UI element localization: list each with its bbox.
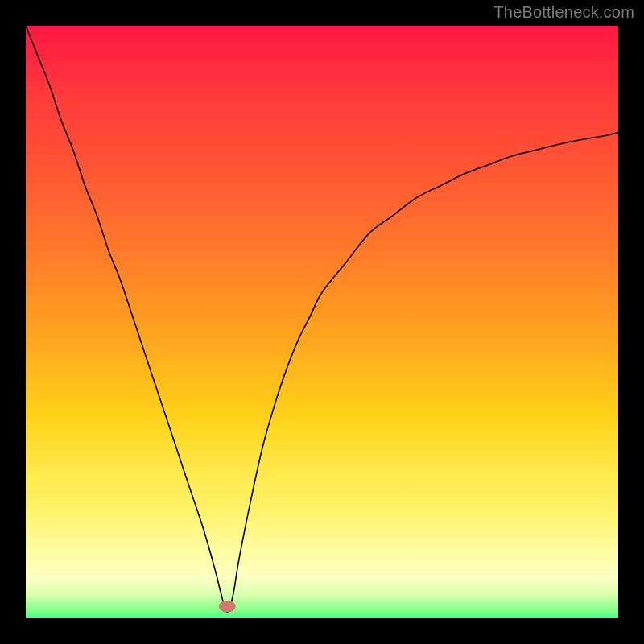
bottleneck-curve-svg bbox=[26, 26, 618, 618]
plot-area bbox=[26, 26, 618, 618]
min-point-marker bbox=[219, 601, 235, 612]
chart-frame: TheBottleneck.com bbox=[0, 0, 644, 644]
bottleneck-curve bbox=[26, 26, 618, 613]
watermark-text: TheBottleneck.com bbox=[493, 3, 634, 22]
